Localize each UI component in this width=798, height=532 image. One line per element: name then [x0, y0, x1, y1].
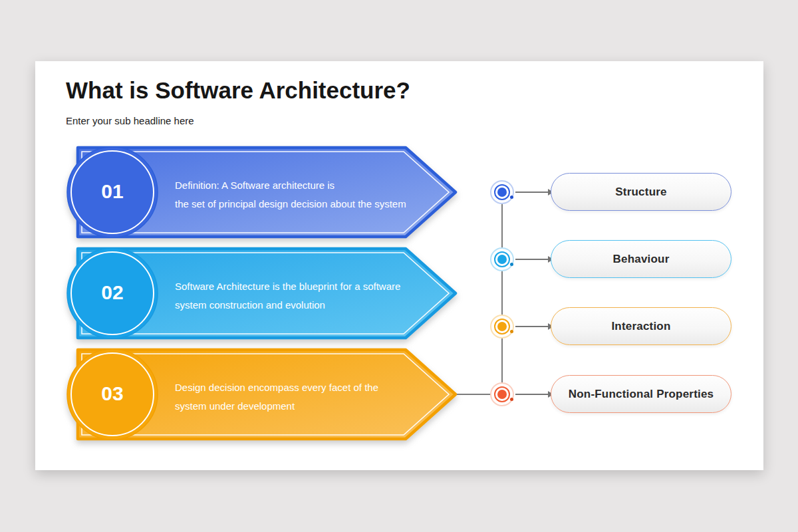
dot-ring [494, 319, 510, 334]
step-banner-1: 01 Definition: A Software architecture i… [63, 143, 462, 241]
dot-ring [494, 251, 510, 267]
timeline-dot-structure [490, 180, 514, 204]
dot-satellite [510, 398, 513, 401]
dot-satellite [510, 263, 513, 266]
step-banner-2: 02 Software Architecture is the blueprin… [63, 244, 462, 342]
step-1-line-2: the set of principal design decision abo… [175, 195, 441, 213]
property-pill-structure: Structure [551, 173, 732, 211]
arrow-to-interaction [515, 326, 549, 327]
step-description-2: Software Architecture is the blueprint f… [175, 277, 441, 314]
timeline-dot-behaviour [490, 247, 514, 271]
dot-core [497, 390, 507, 399]
slide-card: What is Software Architecture? Enter you… [35, 61, 763, 470]
step-1-line-1: Definition: A Software architecture is [175, 176, 441, 195]
property-label: Structure [615, 186, 666, 199]
page-subtitle: Enter your sub headline here [66, 115, 194, 126]
step-banner-3: 03 Design decision encompass every facet… [63, 345, 462, 444]
step-2-line-1: Software Architecture is the blueprint f… [175, 277, 441, 296]
dot-core [497, 322, 507, 331]
property-label: Behaviour [613, 253, 670, 266]
timeline-dot-interaction [490, 315, 514, 338]
property-pill-nonfunctional: Non-Functional Properties [551, 375, 732, 413]
arrow-to-nonfunctional [515, 394, 549, 395]
dot-satellite [510, 330, 513, 333]
step-3-line-1: Design decision encompass every facet of… [175, 378, 441, 397]
dot-ring [494, 184, 510, 200]
step-number-1: 01 [63, 180, 162, 203]
dot-core [497, 188, 507, 197]
property-pill-interaction: Interaction [551, 307, 732, 345]
dot-core [497, 255, 507, 264]
dot-ring [494, 386, 510, 402]
arrow-to-structure [515, 192, 549, 193]
arrow-to-behaviour [515, 259, 549, 260]
timeline-dot-nonfunctional [490, 382, 514, 406]
step-description-3: Design decision encompass every facet of… [175, 378, 441, 415]
property-pill-behaviour: Behaviour [551, 240, 732, 278]
dot-satellite [510, 196, 513, 199]
property-label: Interaction [611, 320, 670, 333]
timeline-vertical-line [501, 192, 503, 394]
step-2-line-2: system construction and evolution [175, 296, 441, 315]
step-number-3: 03 [63, 382, 162, 405]
page-title: What is Software Architecture? [66, 77, 410, 104]
step-number-2: 02 [63, 281, 162, 304]
step-description-1: Definition: A Software architecture is t… [175, 176, 441, 213]
step-3-line-2: system under development [175, 397, 441, 416]
property-label: Non-Functional Properties [569, 388, 714, 401]
